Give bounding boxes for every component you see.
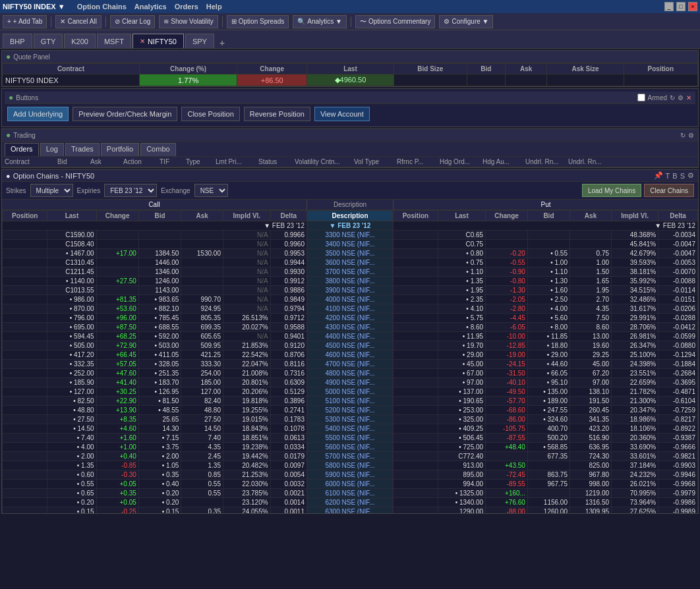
desc-row[interactable]: 5500 NSE (NIF... [308, 434, 393, 443]
clear-log-button[interactable]: ⊘ Clear Log [110, 15, 155, 28]
reverse-position-button[interactable]: Reverse Position [244, 107, 310, 121]
call-row[interactable]: • 505.00+72.90• 503.00509.9521.853%0.912… [3, 341, 307, 351]
desc-row[interactable]: 4400 NSE (NIF... [308, 332, 393, 341]
call-row[interactable]: • 870.00+53.60• 882.10924.95N/A0.9794 [3, 304, 307, 314]
desc-row[interactable]: 6300 NSE (NIF... [308, 507, 393, 514]
put-row[interactable]: • 8.60-6.05• 8.008.6028.706%-0.0412 [394, 323, 698, 332]
call-row[interactable]: • 332.35+57.05• 328.05333.3022.047%0.811… [3, 360, 307, 369]
put-row[interactable]: • 11.95-10.00• 11.8513.0026.981%-0.0599 [394, 332, 698, 341]
put-row[interactable]: • 137.00-49.50• 135.00138.1021.782%-0.48… [394, 387, 698, 397]
call-row[interactable]: • 1467.00+17.001384.501530.00N/A0.9953 [3, 249, 307, 258]
desc-row[interactable]: 6200 NSE (NIF... [308, 498, 393, 507]
put-row[interactable]: • 1.95-1.30• 1.601.9534.515%-0.0114 [394, 286, 698, 295]
call-row[interactable]: • 1140.00+27.501246.00N/A0.9912 [3, 277, 307, 286]
call-row[interactable]: C1013.551143.00N/A0.9886 [3, 286, 307, 295]
menu-option-chains[interactable]: Option Chains [74, 3, 129, 11]
desc-row[interactable]: 5700 NSE (NIF... [308, 452, 393, 461]
call-row[interactable]: • 7.40+1.60• 7.157.4018.851%0.0613 [3, 434, 307, 443]
desc-row[interactable]: 5900 NSE (NIF... [308, 470, 393, 480]
put-row[interactable]: • 2.35-2.05• 2.502.7032.486%-0.0151 [394, 295, 698, 304]
expiries-select[interactable]: FEB 23 '12 [104, 184, 157, 197]
put-row[interactable]: 913.00+43.50825.0037.184%-0.9903 [394, 461, 698, 470]
desc-row[interactable]: 5000 NSE (NIF... [308, 387, 393, 397]
put-row[interactable]: • 725.00+48.40• 568.85636.9533.690%-0.96… [394, 443, 698, 452]
put-row[interactable]: • 1325.00+160...1219.0070.995%-0.9979 [394, 489, 698, 498]
preview-order-button[interactable]: Preview Order/Check Margin [73, 107, 177, 121]
menu-orders[interactable]: Orders [172, 3, 201, 11]
put-row[interactable]: 895.00-72.45863.75967.8024.232%-0.9946 [394, 470, 698, 480]
desc-row[interactable]: 4200 NSE (NIF... [308, 314, 393, 323]
menu-help[interactable]: Help [204, 3, 225, 11]
trading-settings-icon[interactable]: ⚙ [688, 132, 694, 139]
call-row[interactable]: C1590.00N/A0.9966 [3, 231, 307, 240]
call-row[interactable]: • 48.80+13.90• 48.5548.8019.255%0.2741 [3, 406, 307, 415]
analytics-button[interactable]: 🔍 Analytics ▼ [293, 15, 347, 28]
call-row[interactable]: • 0.60-0.30• 0.350.8521.253%0.0054 [3, 470, 307, 480]
put-row[interactable]: • 19.70-12.85• 18.8019.6026.347%-0.0880 [394, 341, 698, 351]
maximize-button[interactable]: □ [676, 2, 685, 11]
call-row[interactable]: • 0.20+0.05• 0.2023.120%0.0014 [3, 498, 307, 507]
put-row[interactable]: C0.6548.368%-0.0034 [394, 231, 698, 240]
call-row[interactable]: • 82.50+22.90• 81.5082.4019.818%0.3896 [3, 397, 307, 406]
tab-msft[interactable]: MSFT [97, 34, 131, 48]
desc-row[interactable]: 4300 NSE (NIF... [308, 323, 393, 332]
put-row[interactable]: • 1.35-0.80• 1.301.6535.992%-0.0088 [394, 277, 698, 286]
call-row[interactable]: • 594.45+68.25• 592.00605.65N/A0.9401 [3, 332, 307, 341]
desc-row[interactable]: 6100 NSE (NIF... [308, 489, 393, 498]
call-row[interactable]: C1211.451346.00N/A0.9930 [3, 267, 307, 277]
minimize-button[interactable]: _ [664, 2, 674, 11]
refresh-icon[interactable]: ↻ [670, 94, 675, 101]
put-row[interactable]: C0.7545.841%-0.0047 [394, 240, 698, 249]
desc-row[interactable]: 3500 NSE (NIF... [308, 249, 393, 258]
show-volatility-button[interactable]: ≋ Show Volatility [159, 15, 218, 28]
call-row[interactable]: • 986.00+81.35• 983.65990.70N/A0.9849 [3, 295, 307, 304]
put-row[interactable]: • 0.80-0.20• 0.550.7542.679%-0.0047 [394, 249, 698, 258]
tab-bhp[interactable]: BHP [3, 34, 32, 48]
call-row[interactable]: • 185.90+41.40• 183.70185.0020.801%0.630… [3, 378, 307, 387]
tab-k200[interactable]: K200 [64, 34, 96, 48]
desc-row[interactable]: 3800 NSE (NIF... [308, 277, 393, 286]
put-row[interactable]: • 97.00-40.10• 95.1097.0022.659%-0.3695 [394, 378, 698, 387]
chains-refresh-icon[interactable]: T [666, 172, 670, 180]
close-panel-icon[interactable]: ✕ [686, 94, 691, 101]
tab-add-button[interactable]: + [216, 38, 229, 48]
desc-row[interactable]: 3600 NSE (NIF... [308, 258, 393, 267]
put-row[interactable]: • 29.00-19.00• 29.0029.2525.100%-0.1294 [394, 351, 698, 360]
put-row[interactable]: • 0.75-0.55• 1.001.0039.593%-0.0053 [394, 258, 698, 267]
call-row[interactable]: • 4.00+1.00• 3.754.3519.238%0.0334 [3, 443, 307, 452]
desc-row[interactable]: 4100 NSE (NIF... [308, 304, 393, 314]
desc-row[interactable]: 5600 NSE (NIF... [308, 443, 393, 452]
configure-button[interactable]: ⚙ Configure ▼ [439, 15, 493, 28]
call-row[interactable]: • 0.55+0.05• 0.400.5522.030%0.0032 [3, 480, 307, 489]
desc-row[interactable]: 5100 NSE (NIF... [308, 397, 393, 406]
put-row[interactable]: • 1.10-0.90• 1.101.5038.181%-0.0070 [394, 267, 698, 277]
view-account-button[interactable]: View Account [314, 107, 370, 121]
desc-row[interactable]: 4800 NSE (NIF... [308, 369, 393, 378]
call-row[interactable]: • 14.50+4.6014.3014.5018.843%0.1078 [3, 424, 307, 434]
put-row[interactable]: • 253.00-68.60• 247.55260.4520.347%-0.72… [394, 406, 698, 415]
desc-row[interactable]: 4700 NSE (NIF... [308, 360, 393, 369]
put-row[interactable]: • 325.00-86.00• 324.60341.3518.986%-0.82… [394, 415, 698, 424]
call-row[interactable]: • 1.35-0.85• 1.051.3520.482%0.0097 [3, 461, 307, 470]
desc-row[interactable]: 3400 NSE (NIF... [308, 240, 393, 249]
desc-row[interactable]: 3700 NSE (NIF... [308, 267, 393, 277]
call-row[interactable]: C1310.451446.00N/A0.9944 [3, 258, 307, 267]
desc-row[interactable]: 6000 NSE (NIF... [308, 480, 393, 489]
option-spreads-button[interactable]: ⊞ Option Spreads [227, 15, 289, 28]
exchange-select[interactable]: NSE [194, 184, 228, 197]
put-row[interactable]: 1290.00-88.001260.001309.9527.625%-0.998… [394, 507, 698, 514]
add-tab-button[interactable]: + + Add Tab [3, 15, 47, 28]
trading-refresh-icon[interactable]: ↻ [680, 132, 685, 139]
desc-row[interactable]: 5400 NSE (NIF... [308, 424, 393, 434]
tab-log[interactable]: Log [40, 143, 64, 156]
put-row[interactable]: 994.00-89.55967.75998.0026.021%-0.9968 [394, 480, 698, 489]
load-chains-button[interactable]: Load My Chains [582, 184, 641, 197]
tab-spy[interactable]: SPY [185, 34, 214, 48]
close-button[interactable]: × [688, 2, 697, 11]
desc-row[interactable]: 5200 NSE (NIF... [308, 406, 393, 415]
desc-row[interactable]: 3300 NSE (NIF... [308, 231, 393, 240]
put-row[interactable]: • 1340.00+76.601156.001316.5073.964%-0.9… [394, 498, 698, 507]
options-commentary-button[interactable]: 〜 Options Commentary [355, 15, 435, 28]
tab-nifty50[interactable]: ✕ NIFTY50 [132, 34, 184, 48]
call-row[interactable]: • 0.15-0.25• 0.150.3524.055%0.0011 [3, 507, 307, 514]
